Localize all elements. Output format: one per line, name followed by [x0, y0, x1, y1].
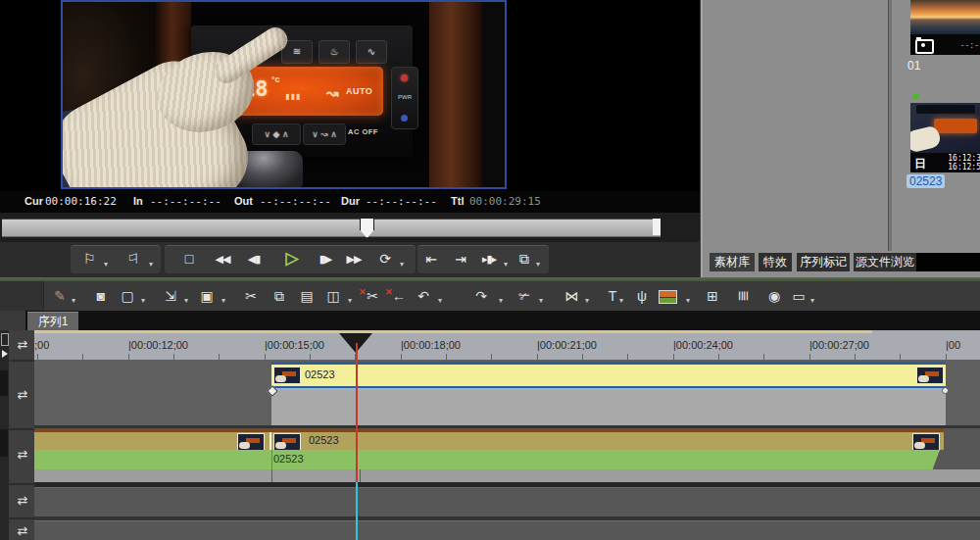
- add-cut-point-button[interactable]: ✃: [514, 285, 534, 307]
- add-cut-caret-icon[interactable]: ▾: [539, 296, 543, 305]
- loop-caret-icon[interactable]: ▾: [400, 260, 404, 269]
- track-1v-toggle[interactable]: ⇄: [13, 387, 32, 402]
- delete-in-out-button[interactable]: ✕←: [389, 285, 409, 307]
- undo-icon: ↶: [417, 288, 429, 304]
- play-around-button[interactable]: ▸▮▸: [475, 246, 503, 271]
- stop-button[interactable]: □: [179, 246, 199, 271]
- ripple-delete-icon: ✂: [367, 288, 378, 304]
- clip-thumbnail: [273, 433, 301, 451]
- output-caret-icon[interactable]: ▾: [536, 260, 540, 269]
- transition-caret-icon[interactable]: ▾: [585, 296, 589, 305]
- ruler-label: |00:00:21;00: [537, 339, 597, 351]
- bin-item-02523-thumbnail[interactable]: 日 16:12:3 16:12:5: [910, 103, 980, 172]
- track-a2-toggle[interactable]: ⇄: [13, 523, 32, 538]
- voiceover-button[interactable]: ψ: [632, 285, 652, 307]
- redo-caret-icon[interactable]: ▾: [499, 296, 503, 305]
- export-icon-top: [660, 291, 676, 297]
- fast-forward-button[interactable]: ▶▶: [340, 246, 368, 271]
- power-red-led: [401, 74, 408, 81]
- snapshot-button[interactable]: ◙: [91, 285, 111, 307]
- bin-item-01-label[interactable]: 01: [907, 59, 920, 73]
- preview-scrubber[interactable]: [0, 213, 700, 242]
- scrubber-track[interactable]: [2, 219, 661, 237]
- title-caret-icon[interactable]: ▾: [619, 296, 623, 305]
- layout-caret-icon[interactable]: ▾: [810, 296, 814, 305]
- save-project-button[interactable]: ▣: [197, 285, 217, 307]
- ac-off-label: AC OFF: [348, 127, 378, 136]
- rewind-button[interactable]: ◀◀: [209, 246, 236, 271]
- marker-pen-button[interactable]: ✎: [50, 285, 70, 307]
- audio-track-1[interactable]: [34, 487, 980, 517]
- play-around-caret-icon[interactable]: ▾: [504, 260, 508, 269]
- output-button[interactable]: ⧉: [514, 246, 534, 271]
- dur-label: Dur: [341, 195, 360, 207]
- mark-out-button[interactable]: ⚐: [123, 246, 143, 271]
- mark-in-caret-icon[interactable]: ▾: [104, 260, 108, 269]
- open-import-caret-icon[interactable]: ▾: [184, 296, 188, 305]
- bin-item-01-info: --:-: [960, 41, 979, 50]
- ruler-label: |00: [946, 339, 960, 351]
- tab-source-browser[interactable]: 源文件浏览: [854, 253, 916, 271]
- color-correction-button[interactable]: ◉: [764, 285, 784, 307]
- mode-buttons-label: ∨ ↝ ∧: [312, 129, 337, 139]
- transition-button[interactable]: ⋈: [562, 285, 581, 307]
- new-clip-caret-icon[interactable]: ▾: [141, 296, 145, 305]
- undo-button[interactable]: ↶: [414, 285, 433, 307]
- new-clip-button[interactable]: ▢: [118, 285, 137, 307]
- tab-sequence-1[interactable]: 序列1: [27, 312, 78, 331]
- loop-play-button[interactable]: ⟳: [375, 246, 395, 271]
- cut-button[interactable]: ✂: [241, 285, 261, 307]
- track-2va-toggle[interactable]: ⇄: [13, 447, 32, 462]
- track-patch-block[interactable]: [0, 429, 8, 457]
- multicam-button[interactable]: ⊞: [703, 285, 722, 307]
- ttl-label: Ttl: [451, 195, 464, 207]
- export-caret-icon[interactable]: ▾: [686, 296, 690, 305]
- tab-material-library[interactable]: 素材库: [710, 253, 755, 271]
- playhead-line[interactable]: [356, 343, 358, 482]
- replace-caret-icon[interactable]: ▾: [348, 296, 352, 305]
- step-back-button[interactable]: ◀▮: [240, 246, 268, 271]
- play-button[interactable]: ▷: [280, 246, 304, 271]
- audio-track-2[interactable]: [34, 520, 980, 540]
- goto-in-button[interactable]: ⇤: [421, 246, 441, 271]
- bin-tab-bar: 素材库 特效 序列标记 源文件浏览: [701, 253, 980, 271]
- marker-pen-caret-icon[interactable]: ▾: [72, 296, 75, 305]
- step-forward-button[interactable]: ▮▶: [312, 246, 339, 271]
- undo-caret-icon[interactable]: ▾: [438, 296, 442, 305]
- open-import-button[interactable]: ⇲: [161, 285, 180, 307]
- video-preview[interactable]: ≋ ♨ ∿ 18 °c ▮▮▮ ↝ AUTO ∨ ◆ ∧ ∨ ↝ ∧ AC OF…: [61, 0, 507, 189]
- paste-button[interactable]: ▤: [297, 285, 317, 307]
- mark-in-button[interactable]: ⚐: [79, 246, 99, 271]
- fast-forward-icon: ▶▶: [347, 253, 362, 265]
- save-project-caret-icon[interactable]: ▾: [221, 296, 225, 305]
- ruler-track-toggle[interactable]: ⇄: [13, 337, 32, 352]
- clip-boundary: [270, 432, 271, 450]
- timeline-ruler[interactable]: ;00 |00:00:12;00 |00:00:15;00 |00:00:18;…: [34, 330, 980, 361]
- mark-out-caret-icon[interactable]: ▾: [149, 260, 153, 269]
- goto-out-button[interactable]: ⇥: [451, 246, 470, 271]
- clip-expanded-area[interactable]: [271, 390, 946, 425]
- bin-splitter[interactable]: [888, 0, 892, 251]
- redo-button[interactable]: ↷: [471, 285, 491, 307]
- replace-button[interactable]: ◫: [323, 285, 343, 307]
- bin-item-01-thumbnail[interactable]: --:-: [910, 0, 980, 55]
- timeline-corner-widget[interactable]: [1, 333, 9, 346]
- bin-item-02523-label[interactable]: 02523: [906, 174, 945, 188]
- tab-sequence-markers[interactable]: 序列标记: [797, 253, 850, 271]
- timeline-clip-audio[interactable]: 02523: [34, 450, 940, 469]
- layout-button[interactable]: ▭: [789, 285, 808, 307]
- audio-sub-strip[interactable]: [34, 469, 980, 482]
- mixer-sliders-icon: ≣: [733, 290, 755, 302]
- track-a1-toggle[interactable]: ⇄: [13, 493, 32, 508]
- audio-mixer-button[interactable]: ≣: [734, 285, 754, 307]
- track-select-arrow-icon[interactable]: [2, 350, 8, 358]
- copy-button[interactable]: ⧉: [270, 285, 289, 307]
- export-button[interactable]: [657, 285, 682, 307]
- track-patch-block[interactable]: [0, 370, 8, 396]
- ripple-delete-button[interactable]: ✕✂: [363, 285, 382, 307]
- timeline-body[interactable]: ;00 |00:00:12;00 |00:00:15;00 |00:00:18;…: [34, 330, 980, 540]
- timeline-clip-video-2[interactable]: 02523: [34, 432, 944, 450]
- clip-handle-right[interactable]: [942, 387, 949, 394]
- timeline-clip-video[interactable]: 02523: [271, 362, 946, 388]
- tab-effects[interactable]: 特效: [759, 253, 792, 271]
